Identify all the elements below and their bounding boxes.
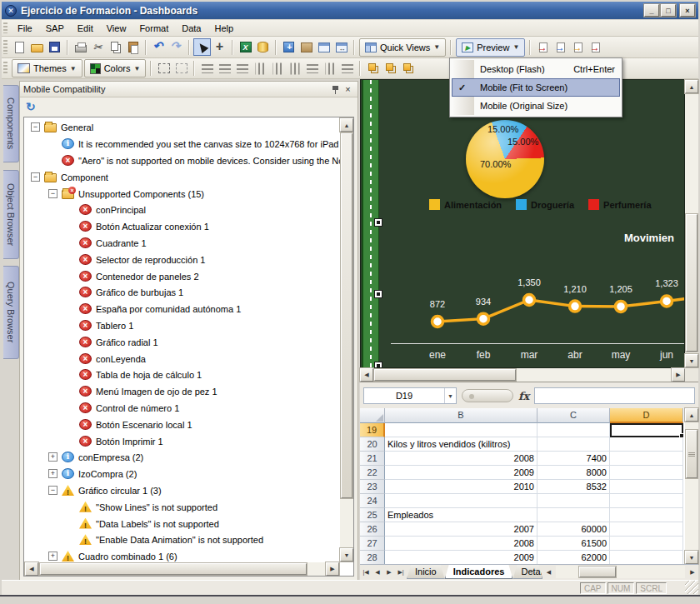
close-button[interactable]: × [680, 4, 695, 17]
scroll-right-icon[interactable]: ▶ [687, 567, 698, 578]
scrollbar-thumb[interactable] [374, 369, 516, 381]
cell[interactable]: Empleados [385, 508, 538, 522]
tree-item[interactable]: −Component [24, 168, 340, 185]
resize-grip[interactable] [685, 581, 698, 594]
tree-item[interactable]: Menú Imagen de ojo de pez 1 [24, 383, 340, 400]
line-chart-point[interactable] [478, 313, 489, 324]
refresh-icon[interactable]: ↻ [26, 100, 36, 113]
cell[interactable] [610, 452, 683, 466]
cut-button[interactable] [89, 38, 107, 56]
space-evenly-button[interactable] [338, 60, 356, 77]
tree-item[interactable]: +conEmpresa (2) [24, 449, 340, 466]
grid-vertical-scrollbar[interactable]: ▲ ▼ [685, 408, 698, 564]
export-button[interactable] [587, 38, 604, 56]
quick-views-button[interactable]: Quick Views ▼ [359, 38, 446, 57]
cell[interactable] [610, 494, 683, 508]
align-bottom-button[interactable] [286, 60, 303, 77]
cell[interactable] [610, 480, 683, 494]
make-same-width-button[interactable] [303, 60, 321, 77]
line-chart-point[interactable] [432, 317, 443, 327]
row-header-19[interactable]: 19 [360, 423, 385, 437]
scroll-down-icon[interactable]: ▼ [340, 548, 353, 562]
new-document-button[interactable] [11, 38, 28, 56]
make-same-height-button[interactable] [321, 60, 338, 77]
data-manager-button[interactable] [254, 38, 272, 56]
sheet-tab-detalle[interactable]: Detalle [512, 565, 542, 579]
open-file-button[interactable] [28, 38, 46, 56]
cell[interactable]: 7400 [538, 452, 610, 466]
open-from-platform-button[interactable] [552, 38, 569, 56]
line-chart-point[interactable] [616, 301, 627, 312]
pin-panel-button[interactable] [329, 83, 342, 95]
cell[interactable]: 62000 [538, 551, 610, 565]
maximize-button[interactable]: □ [661, 4, 676, 17]
tree-item[interactable]: "Show Lines" is not supported [24, 498, 340, 515]
scrollbar-thumb[interactable] [686, 430, 698, 478]
status-toggle-num[interactable]: NUM [608, 582, 635, 594]
cell[interactable]: 2008 [385, 452, 538, 466]
cell[interactable] [385, 423, 538, 437]
select-pointer-button[interactable] [193, 38, 211, 56]
cell[interactable]: 8000 [538, 466, 610, 480]
fit-to-window-button[interactable] [315, 38, 332, 56]
cell[interactable]: 2007 [385, 522, 538, 537]
group-button[interactable] [155, 60, 172, 77]
sheet-tab-indicadores[interactable]: Indicadores [445, 565, 513, 579]
cell[interactable]: 2008 [385, 537, 538, 551]
status-toggle-scrl[interactable]: SCRL [636, 582, 667, 594]
fit-canvas-button[interactable] [332, 38, 350, 56]
copy-button[interactable] [107, 38, 124, 56]
canvas-vertical-scrollbar[interactable]: ▲ ▼ [685, 79, 698, 368]
scrollbar-thumb[interactable] [341, 133, 352, 498]
collapse-toggle[interactable]: − [31, 172, 40, 182]
insert-function-icon[interactable]: fx [518, 390, 529, 402]
toolbar-grip[interactable] [3, 40, 8, 55]
title-bar[interactable]: ✕ Ejercicio de Formacion - Dashboards _ … [2, 2, 698, 19]
colors-button[interactable]: Colors ▼ [84, 59, 147, 77]
collapse-toggle[interactable]: − [48, 486, 58, 495]
tree-item[interactable]: "Enable Data Animation" is not supported [24, 532, 340, 548]
save-button[interactable] [46, 38, 63, 56]
close-panel-button[interactable]: × [342, 83, 354, 95]
dashboard-canvas[interactable]: 872ene934feb1,350mar1,210abr1,205may1,32… [360, 79, 685, 368]
row-header-25[interactable]: 25 [360, 508, 385, 522]
print-button[interactable] [72, 38, 89, 56]
scroll-left-icon[interactable]: ◀ [25, 562, 38, 576]
scroll-right-icon[interactable]: ▶ [672, 368, 685, 382]
tree-item[interactable]: "Aero" is not supported on mobile device… [24, 152, 340, 169]
tree-item[interactable]: It is recommended you set the canvas siz… [24, 136, 340, 152]
name-box-dropdown-icon[interactable]: ▼ [444, 388, 456, 403]
tree-item[interactable]: conLeyenda [24, 350, 340, 367]
previous-sheet-icon[interactable]: ◀ [372, 567, 383, 578]
row-header-26[interactable]: 26 [360, 522, 385, 537]
align-right-button[interactable] [233, 60, 251, 77]
align-top-button[interactable] [251, 60, 268, 77]
row-header-20[interactable]: 20 [360, 437, 385, 452]
cell[interactable] [538, 494, 610, 508]
tree-item[interactable]: Botón Actualizar conexión 1 [24, 218, 340, 235]
row-header-22[interactable]: 22 [360, 466, 385, 480]
formula-input[interactable] [534, 387, 695, 404]
tree-item[interactable]: +IzoCompra (2) [24, 466, 340, 482]
cell[interactable]: 2010 [385, 480, 538, 494]
themes-button[interactable]: Themes ▼ [12, 59, 82, 77]
column-header-d[interactable]: D [610, 408, 683, 423]
tree-item[interactable]: Cuadrante 1 [24, 235, 340, 252]
sheet-tab-inicio[interactable]: Inicio [407, 565, 445, 579]
column-header-c[interactable]: C [538, 408, 610, 423]
publish-button[interactable] [534, 38, 552, 56]
scroll-down-icon[interactable]: ▼ [685, 354, 698, 367]
preview-button[interactable]: Preview ▼ [456, 38, 525, 57]
save-to-platform-button[interactable] [569, 38, 587, 56]
sidebar-tab-object-browser[interactable]: Object Browser [3, 170, 19, 259]
canvas-size-button[interactable] [298, 38, 315, 56]
cell[interactable] [610, 537, 683, 551]
next-sheet-icon[interactable]: ▶ [383, 567, 395, 578]
tree-vertical-scrollbar[interactable]: ▲ ▼ [340, 117, 353, 562]
canvas-horizontal-scrollbar[interactable]: ◀ ▶ [360, 368, 685, 382]
menu-file[interactable]: File [11, 22, 39, 35]
tree-item[interactable]: Gráfico radial 1 [24, 333, 340, 350]
cell[interactable]: Kilos y litros vendidos (kilitros) [385, 437, 538, 452]
tree-item[interactable]: Tabla de hoja de cálculo 1 [24, 367, 340, 383]
row-header-24[interactable]: 24 [360, 494, 385, 508]
